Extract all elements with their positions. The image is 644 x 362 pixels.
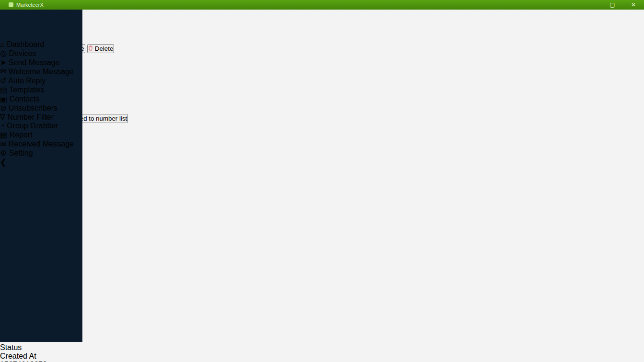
sidebar-item-devices[interactable]: ◎ Devices (0, 49, 82, 58)
received-icon: ✉ (0, 140, 6, 148)
contacts-icon: ▣ (0, 95, 7, 103)
stat-card: Message Paused 366 (0, 186, 644, 207)
stat-label: Total Messages (0, 123, 644, 132)
app-icon (9, 2, 13, 7)
setting-icon: ⚙ (0, 149, 7, 157)
notification-bar: ✕ (0, 26, 644, 35)
column-header-created-at: Created At (0, 352, 644, 361)
modal-title: Campaign Report (0, 96, 644, 105)
sidebar-item-label: Contacts (10, 95, 40, 103)
minimize-button[interactable]: – (581, 1, 602, 8)
templates-icon: ▤ (0, 86, 7, 94)
column-header-preview: Preview (0, 335, 644, 343)
home-icon: ⌂ (0, 40, 5, 48)
close-button[interactable]: ✕ (623, 1, 644, 8)
view-report-link[interactable]: View Report (0, 79, 644, 88)
grabber-icon: ◔ (0, 122, 5, 130)
column-header-number: Number (0, 292, 644, 300)
stat-label: Invalid Number (0, 249, 644, 258)
stat-card: Message Failed 0 (0, 228, 644, 249)
sidebar-item-dashboard[interactable]: ⌂ Dashboard (0, 40, 82, 49)
column-header-instance: Instance (0, 300, 644, 309)
column-header-message-type: Message Type (0, 317, 644, 326)
send-icon: ➤ (0, 58, 6, 67)
filter-icon: ∇ (0, 113, 5, 121)
sidebar-item-unsubscribers[interactable]: ⊘ Unsubscribers (0, 103, 82, 113)
stat-label: Message Sent (0, 144, 644, 153)
sidebar-item-label: Send Message (9, 58, 60, 67)
sidebar-item-label: Group Grabber (7, 122, 58, 130)
sidebar-item-send-message[interactable]: ➤ Send Message (0, 58, 82, 67)
sidebar-item-label: Auto Reply (8, 77, 46, 85)
sidebar-item-group-grabber[interactable]: ◔ Group Grabber (0, 122, 82, 130)
sidebar-item-setting[interactable]: ⚙ Setting (0, 148, 82, 158)
welcome-icon: ✉ (0, 68, 6, 76)
sidebar-item-auto-reply[interactable]: ↺ Auto Reply (0, 76, 82, 85)
sidebar-item-label: Number Filter (7, 113, 54, 121)
sidebar-item-label: Unsubscribers (9, 104, 58, 112)
view-report-link[interactable]: View Report (0, 53, 644, 62)
stat-label: Message Failed (0, 228, 644, 237)
background-content: Clear All ✕ Action Delete Delete Delete … (0, 17, 644, 96)
action-column-header: Action (0, 35, 644, 44)
sidebar-item-report[interactable]: ▦ Report (0, 130, 82, 139)
sidebar: ⌂ Dashboard ◎ Devices ➤ Send Message ✉ W… (0, 10, 82, 342)
sidebar-item-label: Templates (9, 86, 44, 94)
sidebar-item-label: Report (10, 131, 33, 139)
maximize-button[interactable]: ▢ (602, 1, 623, 8)
stat-card: Message Sent 23,936 (0, 144, 644, 165)
unsubscribers-icon: ⊘ (0, 104, 6, 112)
stat-label: Message Paused (0, 186, 644, 195)
sidebar-item-label: Dashboard (7, 40, 44, 48)
sidebar-item-contacts[interactable]: ▣ Contacts (0, 94, 82, 103)
stat-card: Message Pending 0 (0, 165, 644, 186)
sidebar-item-number-filter[interactable]: ∇ Number Filter (0, 113, 82, 122)
stat-label: Message Pending (0, 165, 644, 174)
stat-card: Non Whatsapp Number 0 (0, 271, 644, 292)
campaign-report-modal: Campaign Report ✕ Add to number list Add… (0, 96, 644, 362)
column-header-message: Message (0, 326, 644, 335)
stat-card: Invalid Number 0 (0, 249, 644, 271)
stat-label: Non Whatsapp Number (0, 271, 644, 279)
column-header-instance-number: Instance Number (0, 309, 644, 317)
modal-close-icon[interactable]: ✕ (0, 105, 644, 114)
auto-reply-icon: ↺ (0, 77, 6, 85)
devices-icon: ◎ (0, 49, 7, 57)
brand-logo (0, 10, 31, 40)
sidebar-item-label: Received Message (9, 140, 74, 148)
sidebar-item-welcome-message[interactable]: ✉ Welcome Message (0, 67, 82, 76)
window-titlebar: MarketeerX – ▢ ✕ (0, 0, 644, 10)
view-report-link[interactable]: View Report (0, 70, 644, 79)
table-header: NumberInstanceInstance NumberMessage Typ… (0, 292, 644, 361)
stat-label: Message Cancelled (0, 207, 644, 216)
view-report-link[interactable]: View Report (0, 88, 644, 96)
stat-card: Message Cancelled 0 (0, 207, 644, 228)
column-header-status: Status (0, 343, 644, 352)
sidebar-item-received-message[interactable]: ✉ Received Message (0, 139, 82, 148)
sidebar-item-templates[interactable]: ▤ Templates (0, 85, 82, 94)
report-icon: ▦ (0, 131, 7, 139)
window-title: MarketeerX (16, 2, 44, 8)
delete-button[interactable]: Delete (87, 44, 114, 53)
sidebar-item-label: Devices (9, 49, 36, 57)
view-report-link[interactable]: View Report (0, 62, 644, 70)
sidebar-collapse-button[interactable]: ❮ (0, 158, 82, 167)
sidebar-item-label: Setting (9, 149, 33, 157)
stat-card: Total Messages 24,302 (0, 123, 644, 144)
sidebar-item-label: Welcome Message (9, 68, 74, 76)
